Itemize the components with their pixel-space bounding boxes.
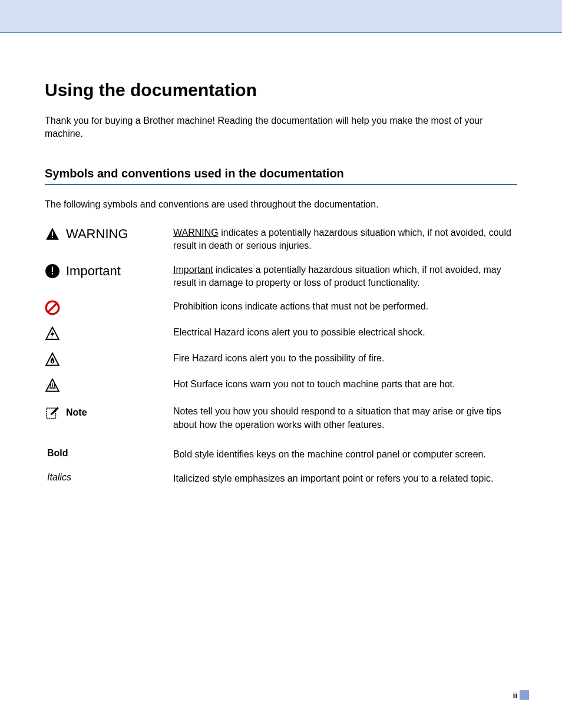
header-band [0, 0, 562, 33]
prohibition-icon [45, 300, 60, 315]
svg-rect-0 [52, 231, 53, 236]
important-circle-icon [45, 263, 60, 279]
bold-left: Bold [45, 448, 173, 459]
svg-rect-1 [52, 237, 53, 238]
page-footer: ii [513, 690, 529, 700]
important-label: Important [66, 263, 121, 279]
italics-desc: Italicized style emphasizes an important… [173, 472, 517, 485]
page-tab-marker [520, 690, 529, 700]
electrical-desc: Electrical Hazard icons alert you to pos… [173, 326, 517, 339]
bold-desc: Bold style identifies keys on the machin… [173, 448, 517, 461]
hot-desc: Hot Surface icons warn you not to touch … [173, 378, 517, 391]
svg-rect-3 [52, 266, 53, 272]
row-electrical: Electrical Hazard icons alert you to pos… [45, 326, 517, 341]
intro-paragraph: Thank you for buying a Brother machine! … [45, 114, 517, 141]
electrical-hazard-icon [45, 326, 60, 341]
hot-left [45, 378, 173, 393]
italics-left: Italics [45, 472, 173, 483]
row-hot: Hot Surface icons warn you not to touch … [45, 378, 517, 393]
warning-triangle-icon [45, 226, 60, 242]
page-title: Using the documentation [45, 80, 517, 100]
note-icon [45, 405, 60, 420]
italics-label: Italics [47, 472, 71, 483]
bold-label: Bold [47, 448, 68, 459]
row-italics: Italics Italicized style emphasizes an i… [45, 472, 517, 485]
page-content: Using the documentation Thank you for bu… [0, 33, 562, 485]
note-label: Note [66, 407, 87, 418]
row-note: Note Notes tell you how you should respo… [45, 405, 517, 431]
page-number: ii [513, 691, 517, 700]
note-left: Note [45, 405, 173, 420]
row-important: Important Important indicates a potentia… [45, 263, 517, 290]
electrical-left [45, 326, 173, 341]
prohibition-left [45, 300, 173, 315]
hot-surface-icon [45, 378, 60, 393]
fire-hazard-icon [45, 352, 60, 367]
note-desc: Notes tell you how you should respond to… [173, 405, 517, 431]
warning-left: WARNING [45, 226, 173, 242]
warning-desc: WARNING indicates a potentially hazardou… [173, 226, 517, 253]
important-left: Important [45, 263, 173, 279]
section-heading: Symbols and conventions used in the docu… [45, 167, 517, 185]
prohibition-desc: Prohibition icons indicate actions that … [173, 300, 517, 313]
important-desc-rest: indicates a potentially hazardous situat… [173, 265, 501, 288]
svg-rect-4 [52, 273, 53, 274]
row-fire: Fire Hazard icons alert you to the possi… [45, 352, 517, 367]
lead-paragraph: The following symbols and conventions ar… [45, 199, 517, 210]
important-desc-underline: Important [173, 265, 213, 275]
svg-line-6 [48, 304, 57, 312]
warning-desc-underline: WARNING [173, 228, 219, 238]
warning-desc-rest: indicates a potentially hazardous situat… [173, 228, 511, 251]
row-bold: Bold Bold style identifies keys on the m… [45, 448, 517, 461]
warning-label: WARNING [66, 226, 128, 242]
fire-left [45, 352, 173, 367]
important-desc: Important indicates a potentially hazard… [173, 263, 517, 290]
row-warning: WARNING WARNING indicates a potentially … [45, 226, 517, 253]
row-prohibition: Prohibition icons indicate actions that … [45, 300, 517, 315]
fire-desc: Fire Hazard icons alert you to the possi… [173, 352, 517, 365]
